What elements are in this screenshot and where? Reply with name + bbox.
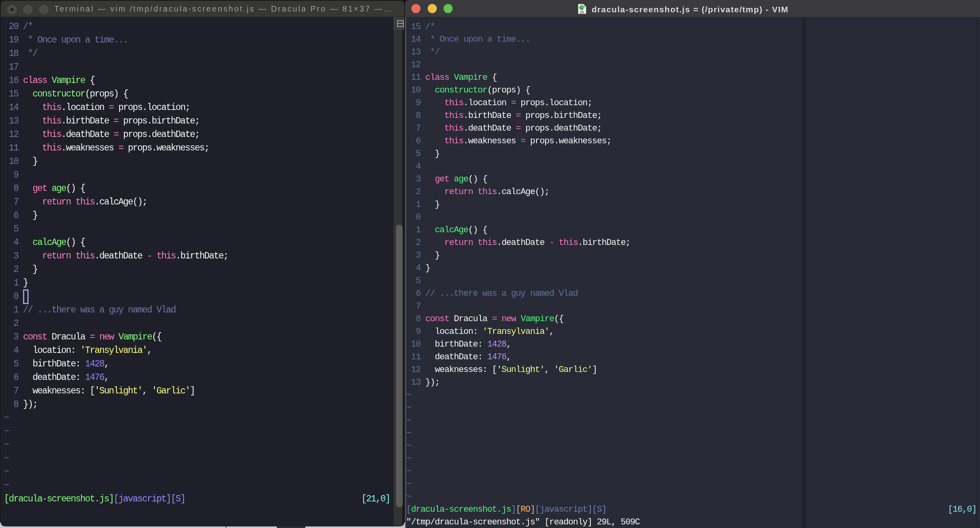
svg-text:JS: JS xyxy=(580,10,584,14)
